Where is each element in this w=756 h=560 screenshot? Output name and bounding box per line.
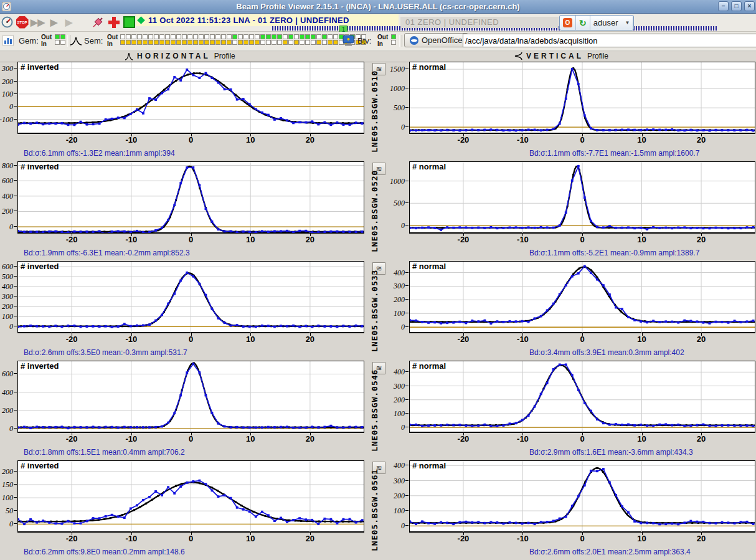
chart-vertical-LNE05.BSGW.0510: # normal xyxy=(409,62,755,134)
monitor-channel xyxy=(159,34,164,45)
x-tick-mark xyxy=(191,134,192,136)
in-state-square xyxy=(232,40,237,45)
y-tick-mark xyxy=(405,69,409,69)
y-tick-label: 0 xyxy=(401,423,405,432)
x-tick-label: -20 xyxy=(451,434,476,444)
y-tick-label: 400 xyxy=(394,461,405,470)
y-tick-mark xyxy=(405,495,409,496)
y-tick-mark xyxy=(14,316,17,316)
x-tick-mark xyxy=(463,134,464,136)
monitor-channel xyxy=(210,34,215,45)
btv-monitor-strip xyxy=(391,34,397,45)
fit-stats: Bd:σ:2.6mm offs:3.5E0 mean:-0.3mm ampl:5… xyxy=(24,348,187,357)
chart-vertical-LNE05.BSGW.0533: # normal xyxy=(409,261,755,333)
power-button[interactable]: O xyxy=(560,16,576,30)
out-state-square xyxy=(391,34,396,39)
chart-canvas xyxy=(18,461,364,532)
minimize-button[interactable]: – xyxy=(718,1,729,11)
injector-icon[interactable] xyxy=(91,16,104,29)
device-label: LNE05.BSGW.0546 xyxy=(367,364,382,457)
maximize-button[interactable]: □ xyxy=(731,1,742,11)
stop-label: STOP xyxy=(16,16,29,29)
fit-stats: Bd:σ:1.8mm offs:1.5E1 mean:0.4mm ampl:70… xyxy=(24,448,185,457)
out-state-square xyxy=(171,34,176,39)
chart-canvas xyxy=(18,62,364,133)
monitor-channel xyxy=(148,34,153,45)
refresh-button[interactable]: ↻ xyxy=(576,16,590,30)
device-label: LNE05.BSGW.0561 xyxy=(367,463,382,557)
out-state-square xyxy=(215,34,220,39)
x-tick-label: 20 xyxy=(298,135,323,145)
out-state-square xyxy=(227,34,232,39)
y-tick-mark xyxy=(14,428,17,429)
first-aid-icon[interactable] xyxy=(107,16,120,29)
chart-canvas xyxy=(410,162,755,233)
x-tick-label: 10 xyxy=(630,434,654,444)
stop-button[interactable]: STOP xyxy=(16,16,29,29)
y-tick-label: 300 xyxy=(394,477,405,486)
monitor-channel xyxy=(283,34,288,45)
y-tick-label: 100 xyxy=(394,506,405,516)
x-tick-label: -20 xyxy=(59,235,84,244)
selected-cycle-field[interactable]: 01 ZERO | UNDEFINED xyxy=(400,17,559,28)
close-button[interactable]: × xyxy=(744,1,755,11)
y-tick-mark xyxy=(405,480,409,481)
out-state-square xyxy=(266,34,271,39)
x-tick-label: 20 xyxy=(689,135,714,145)
chart-canvas xyxy=(410,262,755,333)
btv-screen-icon[interactable] xyxy=(342,34,355,47)
in-state-square xyxy=(60,40,65,45)
y-tick-mark xyxy=(14,510,17,511)
x-tick-mark xyxy=(131,433,132,435)
in-state-square xyxy=(55,40,60,45)
x-tick-label: -20 xyxy=(451,335,476,344)
x-tick-label: 20 xyxy=(689,235,714,244)
x-tick-mark xyxy=(131,333,132,336)
in-state-square xyxy=(131,40,136,45)
y-tick-mark xyxy=(14,306,17,306)
in-state-square xyxy=(255,40,260,45)
in-state-square xyxy=(221,40,226,45)
out-label: Out xyxy=(377,34,388,40)
green-status-square[interactable] xyxy=(123,16,136,29)
save-path-input[interactable] xyxy=(463,34,756,47)
sem-label: Sem: xyxy=(84,36,103,45)
y-tick-mark xyxy=(405,371,409,372)
in-state-square xyxy=(143,40,148,45)
user-dropdown[interactable]: aduser ▼ xyxy=(590,16,634,30)
x-tick-mark xyxy=(522,134,523,136)
y-tick-label: 0 xyxy=(401,521,405,531)
x-tick-mark xyxy=(582,333,583,336)
y-tick-label: 150 xyxy=(2,480,13,490)
x-tick-mark xyxy=(701,533,702,535)
timer-gauge-icon[interactable] xyxy=(1,16,14,29)
x-tick-mark xyxy=(582,533,583,535)
y-tick-label: 0 xyxy=(401,323,405,332)
openoffice-button[interactable]: OpenOffice xyxy=(404,33,468,47)
y-tick-mark xyxy=(14,180,17,181)
monitor-channel xyxy=(204,34,209,45)
y-tick-label: 1500 xyxy=(390,65,405,74)
y-tick-mark xyxy=(14,286,17,287)
play-icon[interactable]: ▶ xyxy=(62,16,75,29)
monitor-channel xyxy=(249,34,254,45)
out-state-square xyxy=(60,34,65,39)
in-state-square xyxy=(182,40,187,45)
out-state-square xyxy=(272,34,276,39)
in-state-square xyxy=(288,40,293,45)
monitor-channel xyxy=(120,34,125,45)
y-tick-label: 200 xyxy=(2,77,13,87)
y-tick-mark xyxy=(14,497,17,498)
out-label: Out xyxy=(41,34,52,40)
y-tick-mark xyxy=(14,326,17,326)
x-tick-label: 10 xyxy=(238,235,263,244)
y-tick-mark xyxy=(405,107,409,108)
y-tick-label: 0 xyxy=(9,520,13,529)
step-icon[interactable]: ▶ xyxy=(47,16,60,29)
sem-out-in-labels: Out In xyxy=(107,34,118,47)
out-state-square xyxy=(126,34,131,39)
skip-back-icon[interactable]: ▶▶ xyxy=(31,16,44,29)
barchart-icon[interactable] xyxy=(1,34,14,47)
y-tick-mark xyxy=(405,386,409,386)
x-tick-mark xyxy=(72,433,72,435)
